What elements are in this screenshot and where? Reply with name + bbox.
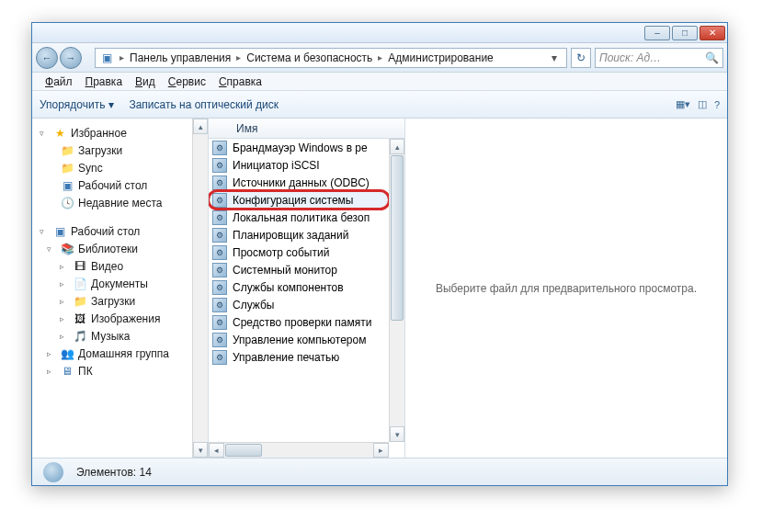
- file-item-label: Управление компьютером: [233, 334, 366, 346]
- burn-button[interactable]: Записать на оптический диск: [129, 98, 279, 111]
- forward-button[interactable]: →: [60, 47, 82, 69]
- burn-label: Записать на оптический диск: [129, 98, 279, 111]
- documents-icon: 📄: [73, 277, 87, 291]
- close-button[interactable]: ✕: [699, 26, 725, 40]
- chevron-right-icon[interactable]: ▹: [60, 297, 69, 306]
- file-item[interactable]: ⚙Системный монитор: [209, 261, 389, 278]
- tree-recent[interactable]: 🕓Недавние места: [34, 194, 206, 211]
- organize-button[interactable]: Упорядочить ▾: [40, 98, 114, 111]
- chevron-right-icon[interactable]: ▹: [60, 279, 69, 289]
- tree-libraries[interactable]: ▿📚Библиотеки: [34, 240, 206, 257]
- tree-label: Музыка: [91, 330, 130, 343]
- file-item[interactable]: ⚙Конфигурация системы: [209, 191, 389, 209]
- tree-label: ПК: [78, 365, 93, 378]
- folder-icon: 📁: [60, 161, 74, 175]
- scroll-down-button[interactable]: ▾: [193, 442, 208, 458]
- chevron-down-icon[interactable]: ▿: [40, 129, 49, 138]
- file-item[interactable]: ⚙Службы компонентов: [209, 278, 389, 296]
- shortcut-icon: ⚙: [212, 298, 227, 312]
- scroll-left-button[interactable]: ◂: [209, 443, 224, 458]
- location-icon: ▣: [99, 51, 114, 65]
- tree-music[interactable]: ▹🎵Музыка: [34, 327, 206, 345]
- shortcut-icon: ⚙: [212, 350, 227, 365]
- menu-edit[interactable]: Правка: [80, 74, 129, 90]
- tree-video[interactable]: ▹🎞Видео: [34, 257, 206, 275]
- tree-homegroup[interactable]: ▹👥Домашняя группа: [34, 345, 206, 362]
- file-item[interactable]: ⚙Брандмауэр Windows в ре: [209, 139, 389, 156]
- breadcrumb-system-security[interactable]: Система и безопасность: [246, 51, 372, 64]
- tree-label: Sync: [78, 162, 103, 175]
- file-item[interactable]: ⚙Средство проверки памяти: [209, 313, 389, 331]
- file-item[interactable]: ⚙Локальная политика безоп: [209, 209, 389, 226]
- chevron-right-icon[interactable]: ▹: [47, 367, 56, 376]
- scroll-down-button[interactable]: ▾: [390, 426, 404, 442]
- menu-view[interactable]: Вид: [130, 74, 161, 90]
- file-item-label: Просмотр событий: [233, 246, 329, 259]
- tree-label: Домашняя группа: [78, 347, 169, 360]
- menu-file[interactable]: Файл: [40, 74, 78, 90]
- breadcrumb-control-panel[interactable]: Панель управления: [130, 51, 231, 64]
- breadcrumb-sep[interactable]: ▸: [236, 52, 241, 62]
- breadcrumb-administration[interactable]: Администрирование: [388, 51, 493, 64]
- search-input[interactable]: Поиск: Ад… 🔍: [595, 48, 723, 68]
- scroll-up-button[interactable]: ▴: [390, 139, 404, 154]
- pictures-icon: 🖼: [73, 311, 87, 326]
- chevron-down-icon[interactable]: ▿: [40, 227, 49, 236]
- file-item-label: Локальная политика безоп: [233, 211, 370, 224]
- tree-label: Документы: [91, 277, 148, 290]
- chevron-right-icon[interactable]: ▹: [47, 349, 56, 358]
- address-dropdown[interactable]: ▾: [546, 51, 563, 64]
- menu-tools[interactable]: Сервис: [163, 74, 211, 90]
- shortcut-icon: ⚙: [212, 175, 227, 190]
- tree-desktop-root[interactable]: ▿ ▣ Рабочий стол: [34, 222, 206, 240]
- file-item[interactable]: ⚙Просмотр событий: [209, 243, 389, 261]
- tree-desktop[interactable]: ▣Рабочий стол: [34, 176, 206, 194]
- tree-sync[interactable]: 📁Sync: [34, 159, 206, 176]
- recent-icon: 🕓: [60, 196, 74, 210]
- maximize-button[interactable]: □: [672, 26, 698, 40]
- tree-documents[interactable]: ▹📄Документы: [34, 275, 206, 292]
- refresh-button[interactable]: ↻: [571, 48, 591, 68]
- back-button[interactable]: ←: [36, 47, 58, 69]
- file-item[interactable]: ⚙Планировщик заданий: [209, 226, 389, 243]
- chevron-right-icon[interactable]: ▹: [60, 262, 69, 271]
- file-item-label: Системный монитор: [233, 264, 337, 277]
- scrollbar-thumb[interactable]: [391, 155, 404, 321]
- minimize-button[interactable]: –: [644, 26, 670, 40]
- shortcut-icon: ⚙: [212, 158, 227, 173]
- tree-favorites[interactable]: ▿ ★ Избранное: [34, 124, 206, 141]
- help-icon[interactable]: ?: [714, 99, 720, 110]
- tree-scrollbar[interactable]: ▴ ▾: [192, 119, 208, 458]
- chevron-right-icon[interactable]: ▹: [60, 332, 69, 341]
- tree-pictures[interactable]: ▹🖼Изображения: [34, 310, 206, 327]
- shortcut-icon: ⚙: [212, 280, 227, 295]
- tree-downloads[interactable]: 📁Загрузки: [34, 141, 206, 159]
- scroll-right-button[interactable]: ▸: [373, 443, 389, 458]
- scroll-up-button[interactable]: ▴: [193, 119, 208, 134]
- search-icon[interactable]: 🔍: [705, 51, 719, 64]
- chevron-right-icon[interactable]: ▹: [60, 314, 69, 323]
- list-vertical-scrollbar[interactable]: ▴ ▾: [389, 139, 404, 442]
- file-item[interactable]: ⚙Службы: [209, 296, 389, 313]
- tree-computer[interactable]: ▹🖥ПК: [34, 362, 206, 379]
- shortcut-icon: ⚙: [212, 210, 227, 225]
- tree-downloads2[interactable]: ▹📁Загрузки: [34, 292, 206, 310]
- scrollbar-thumb[interactable]: [225, 444, 262, 457]
- column-header-name[interactable]: Имя: [209, 119, 404, 139]
- file-item[interactable]: ⚙Управление печатью: [209, 348, 389, 366]
- chevron-right-icon[interactable]: ▿: [47, 244, 56, 254]
- libraries-icon: 📚: [60, 242, 74, 256]
- preview-pane-icon[interactable]: ◫: [698, 98, 707, 110]
- file-item[interactable]: ⚙Источники данных (ODBC): [209, 174, 389, 191]
- shortcut-icon: ⚙: [212, 245, 227, 260]
- breadcrumb-sep[interactable]: ▸: [378, 52, 382, 62]
- address-bar[interactable]: ▣ ▸ Панель управления ▸ Система и безопа…: [95, 48, 567, 68]
- list-horizontal-scrollbar[interactable]: ◂ ▸: [209, 442, 389, 458]
- chevron-down-icon: ▾: [108, 98, 114, 111]
- file-item[interactable]: ⚙Инициатор iSCSI: [209, 156, 389, 174]
- file-item-label: Службы компонентов: [233, 281, 344, 294]
- view-mode-icon[interactable]: ▦▾: [676, 98, 690, 110]
- file-item[interactable]: ⚙Управление компьютером: [209, 331, 389, 348]
- menu-help[interactable]: Справка: [213, 74, 267, 90]
- shortcut-icon: ⚙: [212, 263, 227, 277]
